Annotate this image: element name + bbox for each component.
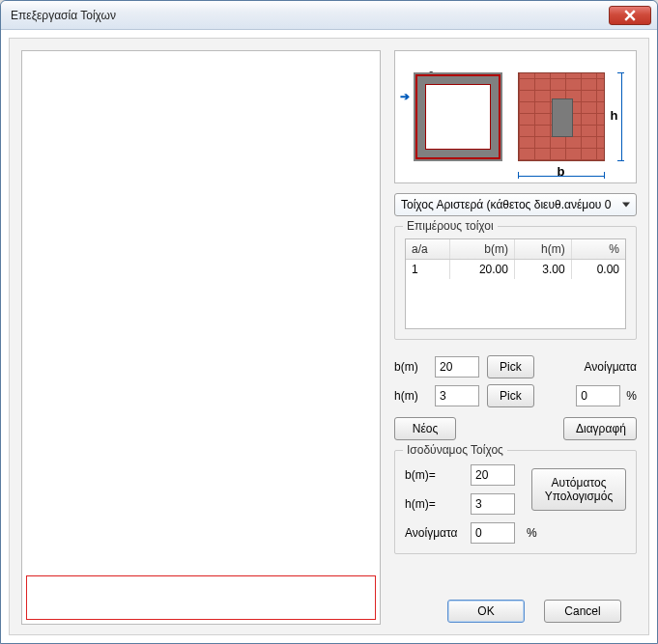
wind-arrow-icon: ➔ [400, 90, 410, 103]
diagram-panel: 0o ➔ h [394, 50, 637, 183]
eq-h-input[interactable] [471, 493, 515, 515]
dialog-window: Επεξεργασία Τοίχων 0o ➔ [0, 0, 658, 644]
col-b: b(m) [449, 239, 514, 260]
eq-pct-label: % [527, 526, 626, 540]
eq-openings-input[interactable] [471, 522, 515, 544]
new-button[interactable]: Νέος [394, 417, 456, 440]
delete-button[interactable]: Διαγραφή [563, 417, 637, 440]
right-column: 0o ➔ h [394, 50, 637, 627]
pick-h-button[interactable]: Pick [487, 384, 534, 407]
openings-input[interactable] [576, 385, 620, 406]
subwalls-table[interactable]: a/a b(m) h(m) % 1 20.00 3.00 [405, 238, 626, 329]
b-input[interactable] [435, 356, 479, 378]
selection-highlight [26, 575, 376, 620]
col-pct: % [571, 239, 625, 260]
cancel-button[interactable]: Cancel [544, 600, 621, 623]
eq-b-label: b(m)= [405, 468, 461, 482]
dimension-edit-block: b(m) Pick Ανοίγματα h(m) Pick [394, 350, 637, 440]
auto-calc-button[interactable]: Αυτόματος Υπολογισμός [531, 468, 626, 511]
wall-select-value: Τοίχος Αριστερά (κάθετος διευθ.ανέμου 0 [401, 198, 611, 211]
chevron-down-icon [622, 203, 630, 208]
col-h: h(m) [514, 239, 571, 260]
elevation-diagram: h b [518, 72, 605, 161]
pct-label: % [626, 389, 637, 403]
preview-canvas [21, 50, 381, 625]
eq-b-input[interactable] [471, 464, 515, 486]
eq-h-label: h(m)= [405, 497, 461, 511]
window-title: Επεξεργασία Τοίχων [11, 9, 609, 22]
b-label: b(m) [394, 360, 427, 374]
h-input[interactable] [435, 385, 479, 406]
content-area: 0o ➔ h [1, 30, 657, 643]
table-row[interactable]: 1 20.00 3.00 0.00 [406, 260, 625, 280]
plan-diagram: 0o ➔ [414, 72, 502, 161]
close-button[interactable] [609, 6, 651, 25]
eq-openings-label: Ανοίγματα [405, 526, 461, 540]
ok-button[interactable]: OK [447, 600, 525, 623]
wall-opening-icon [552, 98, 573, 137]
close-icon [624, 10, 636, 21]
titlebar: Επεξεργασία Τοίχων [1, 1, 657, 30]
openings-title: Ανοίγματα [585, 360, 638, 374]
equivalent-wall-group: Ισοδύναμος Τοίχος b(m)= Αυτόματος Υπολογ… [394, 450, 637, 554]
h-label: h(m) [394, 389, 427, 403]
col-aa: a/a [406, 239, 449, 260]
pick-b-button[interactable]: Pick [487, 355, 534, 378]
equiv-title: Ισοδύναμος Τοίχος [403, 443, 507, 457]
wall-select[interactable]: Τοίχος Αριστερά (κάθετος διευθ.ανέμου 0 [394, 193, 637, 216]
subwalls-group: Επιμέρους τοίχοι a/a b(m) h(m) % [394, 226, 637, 340]
table-header-row: a/a b(m) h(m) % [406, 239, 625, 260]
inner-panel: 0o ➔ h [9, 38, 649, 635]
dim-b-label: b [518, 164, 605, 179]
dialog-footer: OK Cancel [394, 594, 637, 627]
subwalls-title: Επιμέρους τοίχοι [403, 219, 498, 233]
